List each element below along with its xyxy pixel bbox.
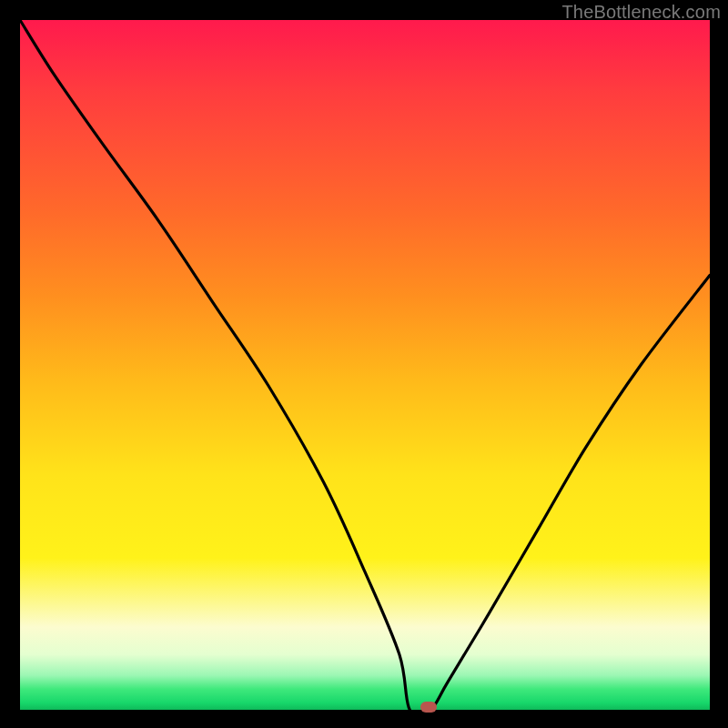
- minimum-marker: [420, 702, 437, 713]
- curve-svg: [20, 20, 710, 710]
- plot-area: [20, 20, 710, 710]
- chart-frame: TheBottleneck.com: [0, 0, 728, 728]
- bottleneck-curve: [20, 20, 710, 715]
